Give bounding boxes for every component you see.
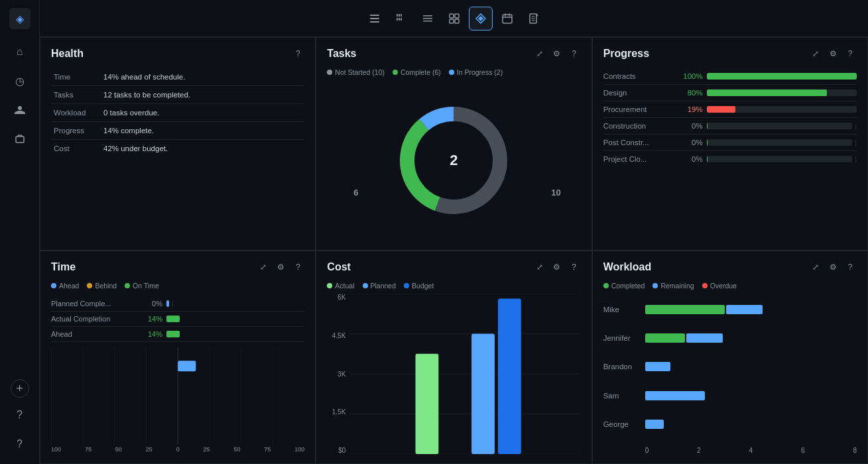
- health-table: Time 14% ahead of schedule. Tasks 12 tas…: [51, 68, 304, 157]
- menu-view-button[interactable]: [416, 7, 440, 30]
- tasks-help-icon[interactable]: ?: [568, 47, 581, 60]
- svg-rect-39: [498, 299, 521, 454]
- briefcase-icon[interactable]: [8, 127, 32, 151]
- construction-bar-container: [707, 123, 853, 129]
- workload-x-axis: 0 2 4 6 8: [603, 447, 857, 454]
- donut-left-label: 6: [353, 188, 358, 198]
- progress-post-construction-row: Post Constr... 0% |: [603, 135, 857, 151]
- cost-legend-budget: Budget: [404, 282, 434, 290]
- tasks-panel-header: Tasks ⤢ ⚙ ?: [327, 47, 580, 60]
- contracts-bar-container: [707, 73, 857, 80]
- cost-planned-dot: [363, 283, 368, 288]
- svg-rect-4: [397, 14, 398, 17]
- health-time-row: Time 14% ahead of schedule.: [51, 68, 304, 86]
- svg-rect-3: [370, 21, 379, 23]
- completed-dot: [603, 283, 609, 288]
- health-tasks-row: Tasks 12 tasks to be completed.: [51, 86, 304, 104]
- workload-legend-overdue: Overdue: [702, 282, 737, 290]
- design-label: Design: [603, 89, 676, 97]
- axis-25-right: 25: [204, 446, 210, 453]
- table-view-button[interactable]: [442, 7, 466, 30]
- sidebar: ◈ ⌂ ◷ + ? ?: [0, 0, 40, 464]
- tasks-settings-icon[interactable]: ⚙: [550, 47, 564, 60]
- tasks-expand-icon[interactable]: ⤢: [533, 47, 546, 60]
- toolbar: [40, 0, 868, 37]
- post-construction-bar-container: [707, 139, 853, 146]
- project-close-pct: 0%: [676, 155, 703, 163]
- health-time-value: 14% ahead of schedule.: [101, 68, 304, 86]
- mike-completed-bar: [645, 305, 725, 314]
- health-tasks-label: Tasks: [51, 86, 101, 104]
- svg-rect-7: [397, 18, 398, 21]
- time-expand-icon[interactable]: ⤢: [257, 261, 270, 274]
- svg-rect-9: [401, 18, 402, 21]
- remaining-dot: [652, 283, 658, 288]
- svg-rect-13: [450, 14, 454, 18]
- ahead-row: Ahead 14%: [51, 327, 304, 342]
- list-view-button[interactable]: [363, 7, 387, 30]
- george-remaining-bar: [645, 420, 664, 429]
- time-panel-title: Time: [51, 261, 76, 273]
- progress-expand-icon[interactable]: ⤢: [809, 47, 822, 60]
- workload-sam-row: Sam: [603, 391, 857, 400]
- cost-y-6k: 6K: [327, 294, 345, 301]
- health-panel-actions: ?: [291, 47, 304, 60]
- calendar-view-button[interactable]: [495, 7, 519, 30]
- users-icon[interactable]: [8, 98, 32, 122]
- cost-help-icon[interactable]: ?: [568, 261, 581, 274]
- svg-rect-11: [423, 18, 432, 19]
- project-close-bar: [707, 156, 708, 162]
- cost-chart-inner: 6K 4.5K 3K 1.5K $0: [327, 294, 580, 454]
- help-circle-icon[interactable]: ?: [8, 403, 32, 427]
- document-view-button[interactable]: [522, 7, 546, 30]
- sam-bars: [645, 391, 857, 400]
- progress-help-icon[interactable]: ?: [843, 47, 857, 60]
- progress-procurement-row: Procurement 19%: [603, 101, 857, 118]
- cost-panel: Cost ⤢ ⚙ ? Actual Planned Budg: [316, 251, 591, 464]
- brandon-label: Brandon: [603, 363, 640, 371]
- planned-completion-row: Planned Comple... 0% |: [51, 296, 304, 312]
- svg-rect-8: [399, 18, 400, 21]
- contracts-pct: 100%: [676, 72, 703, 80]
- tasks-donut-container: 2 6 10: [327, 80, 580, 241]
- time-help-icon[interactable]: ?: [291, 261, 304, 274]
- time-settings-icon[interactable]: ⚙: [274, 261, 287, 274]
- sidebar-add-button[interactable]: +: [11, 379, 29, 398]
- svg-rect-5: [399, 14, 400, 17]
- sidebar-bottom: + ? ?: [8, 379, 32, 456]
- cost-expand-icon[interactable]: ⤢: [533, 261, 546, 274]
- health-help-icon[interactable]: ?: [291, 47, 304, 60]
- workload-legend: Completed Remaining Overdue: [603, 282, 857, 290]
- progress-contracts-row: Contracts 100%: [603, 68, 857, 85]
- info-circle-icon[interactable]: ?: [8, 432, 32, 456]
- workload-expand-icon[interactable]: ⤢: [809, 261, 822, 274]
- dashboard-view-button[interactable]: [469, 7, 493, 30]
- workload-axis-4: 4: [749, 447, 753, 454]
- health-cost-value: 42% under budget.: [101, 140, 304, 158]
- george-label: George: [603, 420, 640, 428]
- workload-help-icon[interactable]: ?: [843, 261, 857, 274]
- legend-in-progress: In Progress (2): [449, 68, 503, 76]
- butterfly-chart-svg: [51, 347, 304, 445]
- workload-axis-0: 0: [645, 447, 649, 454]
- sam-label: Sam: [603, 392, 640, 400]
- jennifer-completed-bar: [645, 333, 685, 343]
- butterfly-chart-area: [51, 347, 304, 445]
- health-workload-value: 0 tasks overdue.: [101, 104, 304, 122]
- progress-panel-header: Progress ⤢ ⚙ ?: [603, 47, 857, 60]
- time-panel-actions: ⤢ ⚙ ?: [257, 261, 304, 274]
- chart-view-button[interactable]: [389, 7, 413, 30]
- progress-settings-icon[interactable]: ⚙: [826, 47, 839, 60]
- svg-rect-15: [450, 19, 454, 23]
- cost-settings-icon[interactable]: ⚙: [550, 261, 564, 274]
- on-time-dot: [125, 283, 130, 288]
- construction-bar: [707, 123, 708, 129]
- health-tasks-value: 12 tasks to be completed.: [101, 86, 304, 104]
- home-icon[interactable]: ⌂: [8, 40, 32, 64]
- actual-label: Actual: [335, 282, 354, 290]
- cost-chart-wrapper: 6K 4.5K 3K 1.5K $0: [327, 294, 580, 454]
- clock-icon[interactable]: ◷: [8, 69, 32, 93]
- actual-completion-label: Actual Completion: [51, 315, 137, 323]
- contracts-label: Contracts: [603, 72, 676, 80]
- workload-settings-icon[interactable]: ⚙: [826, 261, 839, 274]
